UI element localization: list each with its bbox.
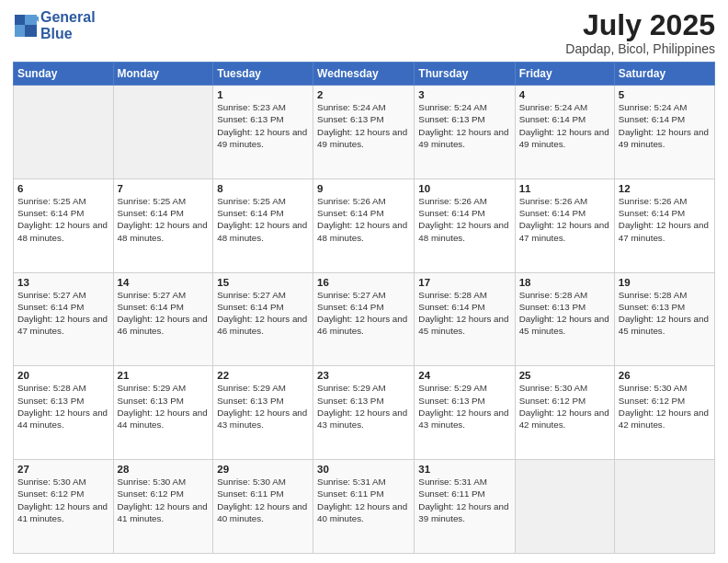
calendar-cell <box>515 460 614 554</box>
location: Dapdap, Bicol, Philippines <box>565 41 715 56</box>
weekday-thursday: Thursday <box>415 63 515 86</box>
day-number: 1 <box>217 89 309 100</box>
day-number: 9 <box>317 183 410 194</box>
calendar-body: 1Sunrise: 5:23 AM Sunset: 6:13 PM Daylig… <box>14 86 715 554</box>
day-number: 11 <box>519 183 610 194</box>
calendar-cell: 25Sunrise: 5:30 AM Sunset: 6:12 PM Dayli… <box>515 366 614 460</box>
day-number: 30 <box>317 464 410 475</box>
day-number: 6 <box>17 183 109 194</box>
svg-rect-4 <box>25 25 37 37</box>
day-number: 23 <box>317 370 410 381</box>
day-detail: Sunrise: 5:30 AM Sunset: 6:11 PM Dayligh… <box>217 476 309 524</box>
calendar-cell: 29Sunrise: 5:30 AM Sunset: 6:11 PM Dayli… <box>213 460 313 554</box>
calendar-cell: 28Sunrise: 5:30 AM Sunset: 6:12 PM Dayli… <box>113 460 213 554</box>
calendar-cell: 2Sunrise: 5:24 AM Sunset: 6:13 PM Daylig… <box>313 86 415 179</box>
weekday-saturday: Saturday <box>614 63 714 86</box>
calendar-week-row: 27Sunrise: 5:30 AM Sunset: 6:12 PM Dayli… <box>14 460 715 554</box>
weekday-header-row: SundayMondayTuesdayWednesdayThursdayFrid… <box>14 63 715 86</box>
day-number: 8 <box>217 183 309 194</box>
day-number: 25 <box>519 370 610 381</box>
day-detail: Sunrise: 5:27 AM Sunset: 6:14 PM Dayligh… <box>317 289 410 338</box>
calendar-week-row: 20Sunrise: 5:28 AM Sunset: 6:13 PM Dayli… <box>14 366 715 460</box>
day-number: 4 <box>519 89 610 100</box>
day-number: 5 <box>619 89 711 100</box>
day-detail: Sunrise: 5:25 AM Sunset: 6:14 PM Dayligh… <box>217 195 309 244</box>
day-detail: Sunrise: 5:27 AM Sunset: 6:14 PM Dayligh… <box>118 289 210 338</box>
logo-icon <box>13 13 39 39</box>
day-detail: Sunrise: 5:24 AM Sunset: 6:13 PM Dayligh… <box>317 101 410 150</box>
day-detail: Sunrise: 5:28 AM Sunset: 6:13 PM Dayligh… <box>17 382 109 431</box>
calendar-week-row: 6Sunrise: 5:25 AM Sunset: 6:14 PM Daylig… <box>14 178 715 272</box>
calendar-cell: 31Sunrise: 5:31 AM Sunset: 6:11 PM Dayli… <box>415 460 515 554</box>
calendar-cell <box>113 86 213 179</box>
day-number: 22 <box>217 370 309 381</box>
day-detail: Sunrise: 5:26 AM Sunset: 6:14 PM Dayligh… <box>519 195 610 244</box>
day-detail: Sunrise: 5:23 AM Sunset: 6:13 PM Dayligh… <box>217 101 309 150</box>
calendar-cell: 7Sunrise: 5:25 AM Sunset: 6:14 PM Daylig… <box>113 178 213 272</box>
day-number: 21 <box>118 370 210 381</box>
calendar-cell <box>14 86 114 179</box>
calendar-cell: 12Sunrise: 5:26 AM Sunset: 6:14 PM Dayli… <box>614 178 714 272</box>
weekday-monday: Monday <box>113 63 213 86</box>
calendar-cell: 5Sunrise: 5:24 AM Sunset: 6:14 PM Daylig… <box>614 86 714 179</box>
calendar-cell: 17Sunrise: 5:28 AM Sunset: 6:14 PM Dayli… <box>415 272 515 366</box>
calendar-cell: 11Sunrise: 5:26 AM Sunset: 6:14 PM Dayli… <box>515 178 614 272</box>
day-detail: Sunrise: 5:24 AM Sunset: 6:14 PM Dayligh… <box>619 101 711 150</box>
day-detail: Sunrise: 5:29 AM Sunset: 6:13 PM Dayligh… <box>118 382 210 431</box>
day-number: 7 <box>118 183 210 194</box>
day-number: 2 <box>317 89 410 100</box>
day-detail: Sunrise: 5:31 AM Sunset: 6:11 PM Dayligh… <box>418 476 510 524</box>
calendar-cell: 14Sunrise: 5:27 AM Sunset: 6:14 PM Dayli… <box>113 272 213 366</box>
day-number: 16 <box>317 277 410 288</box>
day-number: 26 <box>619 370 711 381</box>
page: General Blue July 2025 Dapdap, Bicol, Ph… <box>0 0 728 563</box>
calendar-cell: 26Sunrise: 5:30 AM Sunset: 6:12 PM Dayli… <box>614 366 714 460</box>
calendar-cell: 15Sunrise: 5:27 AM Sunset: 6:14 PM Dayli… <box>213 272 313 366</box>
day-number: 3 <box>418 89 510 100</box>
calendar-cell: 6Sunrise: 5:25 AM Sunset: 6:14 PM Daylig… <box>14 178 114 272</box>
day-detail: Sunrise: 5:25 AM Sunset: 6:14 PM Dayligh… <box>17 195 109 244</box>
day-number: 17 <box>418 277 510 288</box>
day-detail: Sunrise: 5:29 AM Sunset: 6:13 PM Dayligh… <box>317 382 410 431</box>
calendar-cell: 22Sunrise: 5:29 AM Sunset: 6:13 PM Dayli… <box>213 366 313 460</box>
calendar-cell: 4Sunrise: 5:24 AM Sunset: 6:14 PM Daylig… <box>515 86 614 179</box>
day-number: 24 <box>418 370 510 381</box>
day-detail: Sunrise: 5:26 AM Sunset: 6:14 PM Dayligh… <box>317 195 410 244</box>
day-number: 29 <box>217 464 309 475</box>
calendar-cell: 1Sunrise: 5:23 AM Sunset: 6:13 PM Daylig… <box>213 86 313 179</box>
calendar-cell: 13Sunrise: 5:27 AM Sunset: 6:14 PM Dayli… <box>14 272 114 366</box>
calendar-cell: 21Sunrise: 5:29 AM Sunset: 6:13 PM Dayli… <box>113 366 213 460</box>
day-detail: Sunrise: 5:29 AM Sunset: 6:13 PM Dayligh… <box>217 382 309 431</box>
day-detail: Sunrise: 5:26 AM Sunset: 6:14 PM Dayligh… <box>619 195 711 244</box>
day-number: 18 <box>519 277 610 288</box>
day-detail: Sunrise: 5:28 AM Sunset: 6:14 PM Dayligh… <box>418 289 510 338</box>
day-detail: Sunrise: 5:25 AM Sunset: 6:14 PM Dayligh… <box>118 195 210 244</box>
calendar-cell: 18Sunrise: 5:28 AM Sunset: 6:13 PM Dayli… <box>515 272 614 366</box>
calendar-cell <box>614 460 714 554</box>
calendar-cell: 10Sunrise: 5:26 AM Sunset: 6:14 PM Dayli… <box>415 178 515 272</box>
day-detail: Sunrise: 5:27 AM Sunset: 6:14 PM Dayligh… <box>17 289 109 338</box>
day-detail: Sunrise: 5:24 AM Sunset: 6:13 PM Dayligh… <box>418 101 510 150</box>
weekday-friday: Friday <box>515 63 614 86</box>
day-number: 19 <box>619 277 711 288</box>
calendar-cell: 24Sunrise: 5:29 AM Sunset: 6:13 PM Dayli… <box>415 366 515 460</box>
day-detail: Sunrise: 5:28 AM Sunset: 6:13 PM Dayligh… <box>519 289 610 338</box>
calendar-week-row: 1Sunrise: 5:23 AM Sunset: 6:13 PM Daylig… <box>14 86 715 179</box>
day-number: 31 <box>418 464 510 475</box>
calendar-cell: 30Sunrise: 5:31 AM Sunset: 6:11 PM Dayli… <box>313 460 415 554</box>
day-detail: Sunrise: 5:29 AM Sunset: 6:13 PM Dayligh… <box>418 382 510 431</box>
day-number: 14 <box>118 277 210 288</box>
day-detail: Sunrise: 5:26 AM Sunset: 6:14 PM Dayligh… <box>418 195 510 244</box>
day-detail: Sunrise: 5:27 AM Sunset: 6:14 PM Dayligh… <box>217 289 309 338</box>
calendar-cell: 23Sunrise: 5:29 AM Sunset: 6:13 PM Dayli… <box>313 366 415 460</box>
weekday-wednesday: Wednesday <box>313 63 415 86</box>
calendar-cell: 8Sunrise: 5:25 AM Sunset: 6:14 PM Daylig… <box>213 178 313 272</box>
calendar-cell: 9Sunrise: 5:26 AM Sunset: 6:14 PM Daylig… <box>313 178 415 272</box>
day-detail: Sunrise: 5:24 AM Sunset: 6:14 PM Dayligh… <box>519 101 610 150</box>
day-detail: Sunrise: 5:30 AM Sunset: 6:12 PM Dayligh… <box>17 476 109 524</box>
logo: General Blue <box>13 9 96 41</box>
calendar-cell: 3Sunrise: 5:24 AM Sunset: 6:13 PM Daylig… <box>415 86 515 179</box>
weekday-tuesday: Tuesday <box>213 63 313 86</box>
day-detail: Sunrise: 5:30 AM Sunset: 6:12 PM Dayligh… <box>519 382 610 431</box>
day-number: 20 <box>17 370 109 381</box>
